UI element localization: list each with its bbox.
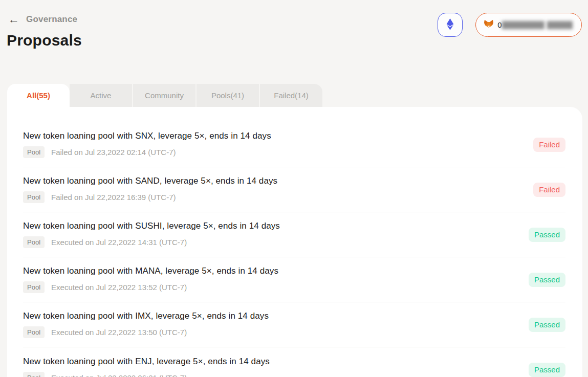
proposal-title: New token loaning pool with SNX, leverag… <box>23 131 271 141</box>
proposal-type-tag: Pool <box>23 236 45 248</box>
network-selector-button[interactable] <box>438 13 463 37</box>
proposal-type-tag: Pool <box>23 281 45 293</box>
proposal-row[interactable]: New token loaning pool with SUSHI, lever… <box>23 212 565 257</box>
proposal-meta: Pool Executed on Jul 22,2022 13:52 (UTC-… <box>23 281 278 293</box>
proposals-list: New token loaning pool with SNX, leverag… <box>7 107 582 377</box>
proposal-title: New token loaning pool with MANA, levera… <box>23 266 278 276</box>
status-badge: Passed <box>529 228 565 242</box>
metamask-fox-icon <box>484 20 493 30</box>
proposal-type-tag: Pool <box>23 326 45 338</box>
proposal-main: New token loaning pool with SNX, leverag… <box>23 131 271 158</box>
status-badge: Failed <box>533 183 565 197</box>
status-badge: Passed <box>529 273 565 287</box>
proposal-type-tag: Pool <box>23 372 45 377</box>
proposal-meta: Pool Executed on Jul 22,2022 06:21 (UTC-… <box>23 372 270 377</box>
proposal-row[interactable]: New token loaning pool with ENJ, leverag… <box>23 347 565 377</box>
proposal-meta: Pool Executed on Jul 22,2022 13:50 (UTC-… <box>23 326 269 338</box>
wallet-address-prefix: 0 <box>497 20 502 29</box>
proposal-row[interactable]: New token loaning pool with SNX, leverag… <box>23 122 565 167</box>
page-title: Proposals <box>7 32 82 49</box>
proposal-title: New token loaning pool with IMX, leverag… <box>23 311 269 321</box>
proposal-row[interactable]: New token loaning pool with IMX, leverag… <box>23 302 565 347</box>
proposal-meta: Pool Executed on Jul 22,2022 14:31 (UTC-… <box>23 236 280 248</box>
proposal-date: Executed on Jul 22,2022 14:31 (UTC-7) <box>51 238 187 247</box>
proposal-meta: Pool Failed on Jul 23,2022 02:14 (UTC-7) <box>23 146 271 158</box>
proposal-main: New token loaning pool with SAND, levera… <box>23 176 277 203</box>
proposal-date: Failed on Jul 22,2022 16:39 (UTC-7) <box>51 193 176 202</box>
back-arrow-icon[interactable]: ← <box>8 14 19 25</box>
proposal-meta: Pool Failed on Jul 22,2022 16:39 (UTC-7) <box>23 191 277 203</box>
wallet-address-redacted-2: ██████ <box>547 21 572 29</box>
proposal-main: New token loaning pool with IMX, leverag… <box>23 311 269 338</box>
proposal-date: Failed on Jul 23,2022 02:14 (UTC-7) <box>51 148 176 157</box>
proposal-date: Executed on Jul 22,2022 13:52 (UTC-7) <box>51 283 187 292</box>
tab-all-55[interactable]: All(55) <box>7 84 70 107</box>
status-badge: Passed <box>529 363 565 377</box>
tab-community[interactable]: Community <box>133 84 195 107</box>
breadcrumb-label[interactable]: Governance <box>26 14 77 25</box>
status-badge: Passed <box>529 318 565 332</box>
tab-active[interactable]: Active <box>70 84 132 107</box>
proposal-title: New token loaning pool with SAND, levera… <box>23 176 277 186</box>
proposal-date: Executed on Jul 22,2022 13:50 (UTC-7) <box>51 328 187 337</box>
proposal-row[interactable]: New token loaning pool with MANA, levera… <box>23 257 565 302</box>
proposal-title: New token loaning pool with SUSHI, lever… <box>23 221 280 231</box>
proposal-date: Executed on Jul 22,2022 06:21 (UTC-7) <box>51 373 187 377</box>
wallet-address: 0 ██████████ ██████ <box>497 20 572 29</box>
proposal-type-tag: Pool <box>23 146 45 158</box>
proposal-main: New token loaning pool with MANA, levera… <box>23 266 278 293</box>
tab-failed-14[interactable]: Failed(14) <box>260 84 322 107</box>
proposal-tabs: All(55)ActiveCommunityPools(41)Failed(14… <box>7 84 322 107</box>
ethereum-icon <box>446 18 454 32</box>
proposal-type-tag: Pool <box>23 191 45 203</box>
proposal-title: New token loaning pool with ENJ, leverag… <box>23 357 270 367</box>
proposal-row[interactable]: New token loaning pool with SAND, levera… <box>23 167 565 212</box>
status-badge: Failed <box>533 138 565 152</box>
proposal-main: New token loaning pool with SUSHI, lever… <box>23 221 280 248</box>
wallet-address-button[interactable]: 0 ██████████ ██████ <box>475 13 582 37</box>
proposal-main: New token loaning pool with ENJ, leverag… <box>23 357 270 377</box>
header-actions: 0 ██████████ ██████ <box>438 13 582 37</box>
wallet-address-redacted-1: ██████████ <box>502 21 544 29</box>
tab-pools-41[interactable]: Pools(41) <box>197 84 259 107</box>
breadcrumb: ← Governance <box>8 14 77 25</box>
